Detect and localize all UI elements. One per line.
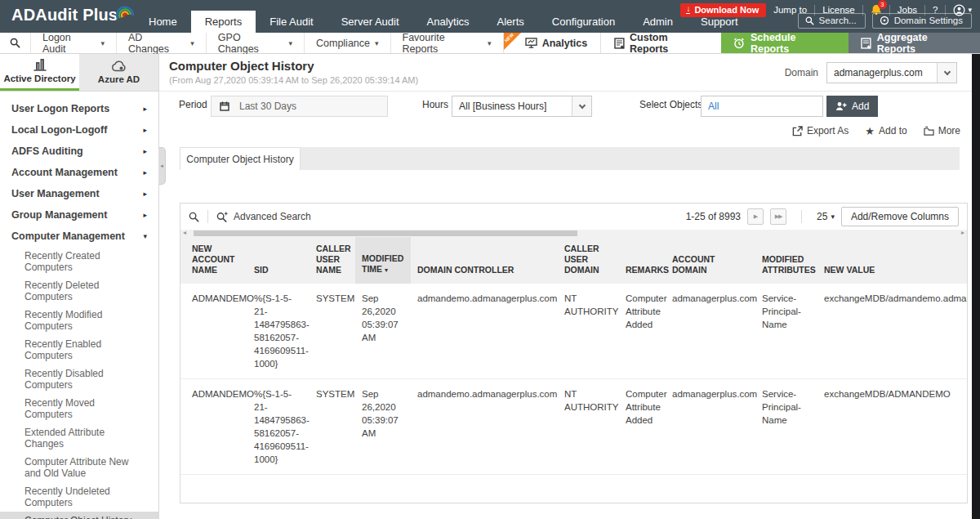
sidebar-item-user-logon-reports[interactable]: User Logon Reports ▸ [0,98,158,119]
cell-remarks: Computer Attribute Added [619,284,666,379]
nav-alerts[interactable]: Alerts [483,11,538,33]
chevron-left-icon: ◂ [160,163,163,169]
col-caller-user-domain[interactable]: CALLER USER DOMAIN [558,237,619,284]
subitem-recently-enabled-computers[interactable]: Recently Enabled Computers [0,335,158,365]
menu-logon-audit[interactable]: Logon Audit ▾ [30,33,116,53]
custom-reports-button[interactable]: Custom Reports [600,33,721,53]
add-to-button[interactable]: ★ Add to [865,125,906,137]
menu-bar-right: NEW Analytics Custom Reports Schedule R [503,33,980,53]
horizontal-scrollbar[interactable]: ◂ ▸ [180,230,967,237]
col-modified-time[interactable]: MODIFIED TIME▾ [355,237,411,284]
next-page-button[interactable]: ▶ [747,208,764,225]
cell-modified-time: Sep 26,2020 05:39:07 AM [355,379,411,475]
sidebar-item-user-management[interactable]: User Management ▸ [0,183,158,204]
chevron-right-icon: ▸ [143,190,147,198]
scroll-right-icon[interactable]: ▸ [961,229,964,236]
subitem-recently-created-computers[interactable]: Recently Created Computers [0,247,158,276]
menu-compliance[interactable]: Compliance ▾ [304,33,390,53]
domain-label: Domain [785,67,818,78]
divider [801,210,802,223]
subitem-recently-modified-computers[interactable]: Recently Modified Computers [0,306,158,335]
tab-azure-ad[interactable]: Azure AD [79,54,158,91]
subitem-recently-disabled-computers[interactable]: Recently Disabled Computers [0,365,158,394]
chevron-down-icon: ▾ [288,39,292,47]
hours-select[interactable]: All [Business Hours] [452,96,592,117]
nav-file-audit[interactable]: File Audit [256,11,327,33]
tab-active-directory[interactable]: Active Directory [0,54,79,91]
cell-account-domain: admanagerplus.com [666,284,755,379]
folder-icon [924,126,934,136]
col-sid[interactable]: SID [247,237,310,284]
document-star-icon [861,38,871,49]
menu-ad-changes[interactable]: AD Changes ▾ [116,33,206,53]
nav-analytics[interactable]: Analytics [413,11,483,33]
col-remarks[interactable]: REMARKS [619,237,666,284]
download-now-button[interactable]: ↓ Download Now [680,3,766,17]
building-icon [33,59,47,71]
sidebar-item-computer-management[interactable]: Computer Management ▾ [0,226,158,247]
select-objects-input[interactable]: All [701,96,823,117]
col-domain-controller[interactable]: DOMAIN CONTROLLER [411,237,558,284]
aggregate-reports-button[interactable]: Aggregate Reports [849,33,980,53]
col-modified-attributes[interactable]: MODIFIED ATTRIBUTES [755,237,817,284]
tab-computer-object-history[interactable]: Computer Object History [180,147,301,170]
nav-configuration[interactable]: Configuration [538,11,629,33]
scrollbar-thumb[interactable] [194,230,577,236]
cell-domain-controller: admandemo.admanagerplus.com [411,379,558,475]
sidebar-collapse-handle[interactable]: ◂ [158,147,166,185]
add-remove-columns-button[interactable]: Add/Remove Columns [841,207,959,226]
table-row[interactable]: ADMANDEMO %{S-1-5-21-1484795863-58162057… [180,284,967,379]
period-picker[interactable]: Last 30 Days [211,96,388,117]
top-navigation: Home Reports File Audit Server Audit Ana… [135,11,752,33]
search-icon [189,212,199,222]
add-objects-button[interactable]: Add [826,96,878,117]
chevron-down-icon: ▾ [190,39,194,47]
advanced-search-button[interactable]: Advanced Search [216,211,311,222]
subitem-recently-moved-computers[interactable]: Recently Moved Computers [0,394,158,423]
analytics-button[interactable]: NEW Analytics [503,33,601,53]
cell-new-account-name: ADMANDEMO [180,284,247,379]
nav-server-audit[interactable]: Server Audit [327,11,413,33]
sidebar-item-account-management[interactable]: Account Management ▸ [0,162,158,183]
col-new-value[interactable]: NEW VALUE [817,237,967,284]
subitem-extended-attribute-changes[interactable]: Extended Attribute Changes [0,423,158,453]
scroll-left-icon[interactable]: ◂ [183,229,186,236]
subitem-recently-deleted-computers[interactable]: Recently Deleted Computers [0,276,158,306]
nav-reports[interactable]: Reports [191,11,256,33]
sidebar-item-adfs-auditing[interactable]: ADFS Auditing ▸ [0,141,158,162]
search-icon [805,16,814,25]
subitem-computer-object-history[interactable]: Computer Object History [0,512,158,519]
col-new-account-name[interactable]: NEW ACCOUNT NAME [180,237,247,284]
subitem-recently-undeleted-computers[interactable]: Recently Undeleted Computers [0,482,158,512]
search-icon [10,38,20,48]
report-panel: Advanced Search 1-25 of 8993 ▶ ▶▶ 25 ▾ A… [180,203,968,503]
col-account-domain[interactable]: ACCOUNT DOMAIN [666,237,755,284]
new-ribbon: NEW [504,33,521,50]
document-star-icon [614,38,625,49]
domain-settings-button[interactable]: Domain Settings [872,13,972,29]
more-button[interactable]: More [924,125,960,136]
cell-caller-user-name: SYSTEM [310,379,355,475]
nav-admin[interactable]: Admin [629,11,687,33]
col-caller-user-name[interactable]: CALLER USER NAME [310,237,355,284]
sidebar-item-group-management[interactable]: Group Management ▸ [0,204,158,226]
grid-search-button[interactable] [189,212,199,222]
monitor-icon [525,38,537,48]
chevron-down-icon [572,96,591,116]
reports-menu-bar: Logon Audit ▾ AD Changes ▾ GPO Changes ▾… [0,33,980,54]
page-size-select[interactable]: 25 ▾ [817,211,835,222]
last-page-button[interactable]: ▶▶ [770,208,786,225]
menu-gpo-changes[interactable]: GPO Changes ▾ [206,33,304,53]
nav-home[interactable]: Home [135,11,191,33]
export-as-button[interactable]: Export As [792,125,849,136]
schedule-reports-button[interactable]: Schedule Reports [721,33,849,53]
menu-favourite-reports[interactable]: Favourite Reports ▾ [390,33,503,53]
sidebar-item-local-logon-logoff[interactable]: Local Logon-Logoff ▸ [0,119,158,141]
grid-toolbar-right: 1-25 of 8993 ▶ ▶▶ 25 ▾ Add/Remove Column… [686,207,959,226]
subitem-computer-attribute-new-old-value[interactable]: Computer Attribute New and Old Value [0,453,158,482]
quick-actions-row: Search... Domain Settings [798,13,972,29]
reports-search-button[interactable] [0,33,30,53]
table-row[interactable]: ADMANDEMO %{S-1-5-21-1484795863-58162057… [180,379,967,475]
domain-select[interactable]: admanagerplus.com [826,62,957,83]
global-search-button[interactable]: Search... [798,13,866,29]
